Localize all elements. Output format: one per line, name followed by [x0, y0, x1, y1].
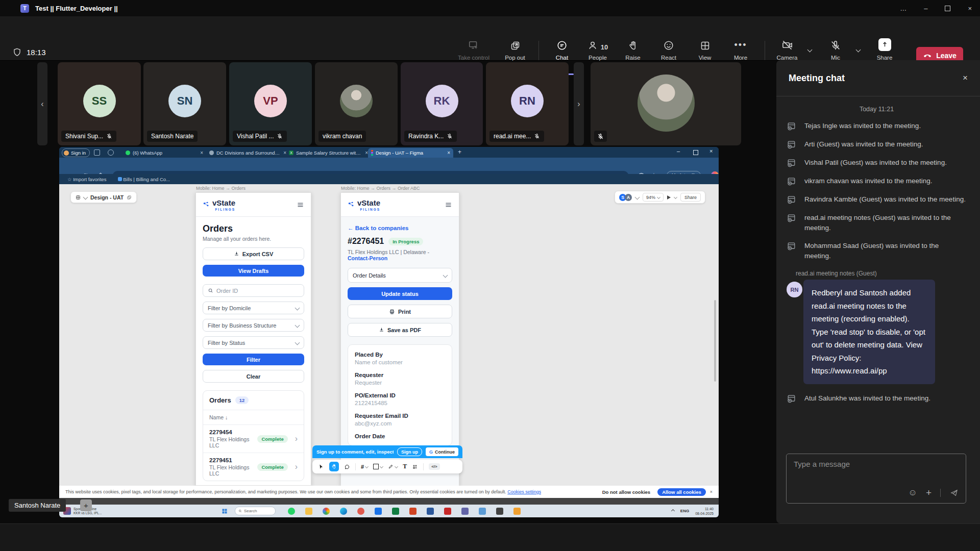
shape-tool-icon[interactable] — [373, 464, 383, 469]
duplicate-icon[interactable] — [127, 195, 132, 200]
attach-plus-icon[interactable]: + — [926, 487, 932, 498]
tab-close-icon[interactable]: × — [447, 150, 450, 156]
frame-tool-icon[interactable]: # — [361, 464, 368, 470]
shared-tray-chevron-icon[interactable] — [671, 509, 675, 513]
react-button[interactable]: React — [652, 39, 685, 61]
participant-tile[interactable]: SS Shivani Sup... — [58, 62, 141, 145]
zoom-control[interactable]: 94% — [643, 193, 664, 202]
order-details-select[interactable]: Order Details — [348, 268, 452, 283]
frame-label[interactable]: Mobile: Home → Orders — [196, 186, 246, 191]
browser-tab-active[interactable]: Design - UAT – Figma× — [368, 148, 453, 158]
window-maximize-icon[interactable] — [945, 6, 950, 11]
save-pdf-button[interactable]: Save as PDF — [348, 323, 452, 337]
order-row[interactable]: 2279454TL Flex Holdings LLC Complete › — [203, 424, 304, 453]
pen-tool-icon[interactable] — [388, 464, 398, 469]
dev-mode-toggle[interactable]: </> — [429, 463, 440, 470]
signup-button[interactable]: Sign up — [397, 447, 422, 456]
bookmark-item[interactable]: ☆ Import favorites — [67, 177, 107, 182]
comment-tool-icon[interactable] — [344, 464, 350, 470]
participant-tile[interactable]: RN read.ai mee... — [486, 62, 569, 145]
mic-options-chevron-icon[interactable] — [856, 47, 861, 53]
window-close-icon[interactable]: × — [968, 5, 972, 12]
chat-input[interactable]: Type a message ☺ + — [786, 454, 966, 504]
cookie-settings-link[interactable]: Cookies settings — [507, 489, 541, 494]
view-button[interactable]: View — [689, 39, 721, 61]
bookmark-item[interactable]: Bills | Billing and Co... — [118, 177, 170, 182]
participant-tile[interactable]: SN Santosh Narate — [143, 62, 226, 145]
allow-cookies-button[interactable]: Allow all cookies — [657, 488, 706, 496]
shared-app-icons[interactable] — [288, 508, 531, 515]
shared-clock[interactable]: 11:4008-04-2025 — [695, 507, 714, 516]
send-icon[interactable] — [949, 488, 959, 497]
back-link[interactable]: ← Back to companies — [348, 225, 452, 231]
mic-button[interactable]: Mic — [821, 39, 850, 61]
canvas-scrollbar[interactable] — [714, 300, 716, 382]
deny-cookies-button[interactable]: Do not allow cookies — [602, 489, 651, 495]
browser-maximize-icon[interactable] — [693, 150, 698, 155]
chat-message[interactable]: RN Redberyl and Santosh added read.ai me… — [787, 280, 967, 384]
shared-language[interactable]: ENG — [680, 509, 689, 513]
move-tool-icon[interactable] — [318, 464, 324, 470]
browser-tab[interactable]: DC Divisions and Surroundings× — [206, 148, 289, 158]
mobile-frame-orders[interactable]: vStateFILINGS Orders Manage all your ord… — [195, 192, 311, 486]
order-id-input[interactable]: Order ID — [203, 284, 304, 297]
people-button[interactable]: 10 People — [579, 39, 616, 61]
cookie-close-icon[interactable]: × — [710, 489, 713, 494]
new-tab-icon[interactable]: + — [458, 148, 461, 156]
browser-minimize-icon[interactable]: – — [677, 148, 680, 154]
text-tool-icon[interactable]: T — [403, 463, 407, 470]
more-button[interactable]: ••• More — [724, 39, 757, 61]
emoji-icon[interactable]: ☺ — [909, 488, 917, 498]
contact-person-link[interactable]: Contact-Person — [348, 255, 387, 261]
present-icon[interactable] — [667, 195, 671, 199]
mobile-frame-order-detail[interactable]: vStateFILINGS ← Back to companies #22764… — [340, 192, 459, 486]
shared-search-box[interactable]: Search — [235, 507, 276, 515]
tab-close-icon[interactable]: × — [200, 150, 203, 156]
filter-status-select[interactable]: Filter by Status — [203, 336, 304, 349]
hamburger-icon[interactable] — [445, 201, 452, 209]
browser-profile-button[interactable]: Sign in — [62, 148, 90, 157]
participant-tile[interactable]: RK Ravindra K... — [401, 62, 483, 145]
plus-button[interactable]: + — [80, 499, 92, 511]
view-drafts-button[interactable]: View Drafts — [203, 265, 304, 277]
collaborator-avatar[interactable]: A — [625, 194, 632, 201]
chat-button[interactable]: Chat — [546, 39, 578, 61]
hand-tool-icon-active[interactable] — [329, 462, 339, 471]
camera-button[interactable]: Camera — [773, 39, 801, 61]
figma-file-menu[interactable]: Design - UAT — [70, 191, 137, 203]
participant-tile[interactable]: vikram chavan — [315, 62, 398, 145]
raise-hand-button[interactable]: Raise — [617, 39, 649, 61]
browser-tab[interactable]: (6) WhatsApp× — [122, 148, 206, 158]
filter-domicile-select[interactable]: Filter by Domicile — [203, 302, 304, 314]
participant-tile[interactable]: VP Vishal Patil ... — [229, 62, 312, 145]
news-widget[interactable]: Sports headlineKKR vs LSG, IPL... — [63, 507, 140, 515]
order-row[interactable]: 2279451TL Flex Holdings LLC Complete › — [203, 453, 304, 481]
filter-business-select[interactable]: Filter by Business Structure — [203, 319, 304, 332]
browser-close-icon[interactable]: × — [709, 148, 713, 154]
pop-out-button[interactable]: Pop out — [499, 39, 531, 61]
google-continue-button[interactable]: GContinue — [426, 447, 458, 456]
chat-message-list[interactable]: Today 11:21 Tejas Ingle was invited to t… — [776, 96, 980, 404]
scroll-right-button[interactable]: › — [574, 62, 584, 145]
spotlight-tile[interactable] — [591, 62, 741, 145]
close-icon[interactable]: × — [963, 73, 968, 83]
column-header-name[interactable]: Name ↓ — [203, 410, 304, 424]
figma-share-button[interactable]: Share — [680, 193, 701, 202]
share-button[interactable]: Share — [869, 39, 900, 61]
present-options-chevron-icon[interactable] — [674, 195, 677, 199]
shared-start-icon[interactable] — [222, 508, 228, 514]
print-button[interactable]: Print — [348, 305, 452, 318]
clear-button[interactable]: Clear — [203, 370, 304, 383]
update-status-button[interactable]: Update status — [348, 287, 452, 300]
filter-button[interactable]: Filter — [203, 354, 304, 365]
window-minimize-icon[interactable]: – — [924, 5, 927, 12]
scroll-left-button[interactable]: ‹ — [37, 62, 47, 145]
browser-tab[interactable]: X Sample Salary Structure with calc× — [286, 148, 371, 158]
actions-tool-icon[interactable] — [412, 464, 418, 470]
window-more-icon[interactable]: … — [900, 5, 906, 12]
workspaces-icon[interactable] — [94, 149, 100, 156]
camera-options-chevron-icon[interactable] — [807, 47, 813, 53]
hamburger-icon[interactable] — [297, 201, 304, 209]
tab-actions-icon[interactable] — [108, 149, 114, 156]
frame-label[interactable]: Mobile: Home → Orders → Order ABC — [341, 186, 420, 191]
